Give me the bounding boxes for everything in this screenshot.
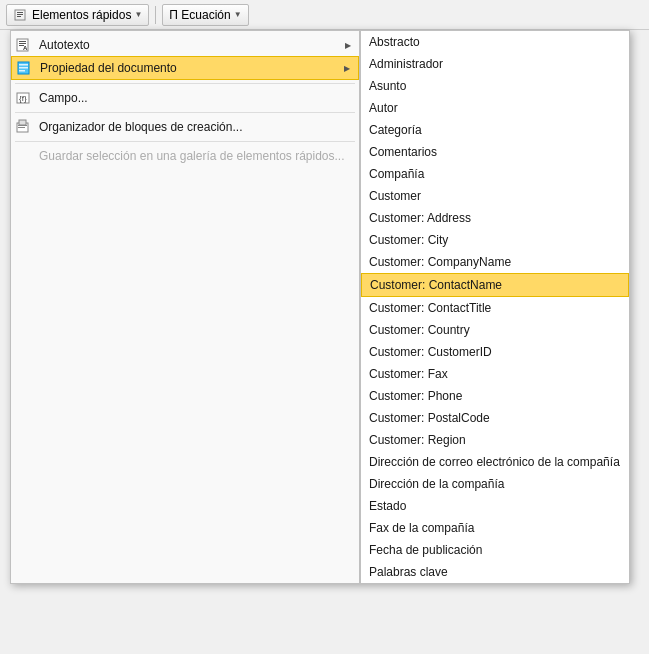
separator-1 bbox=[15, 83, 355, 84]
right-menu-item-direccion_correo[interactable]: Dirección de correo electrónico de la co… bbox=[361, 451, 629, 473]
right-menu-item-administrador[interactable]: Administrador bbox=[361, 53, 629, 75]
svg-rect-10 bbox=[19, 64, 28, 66]
right-menu-item-customer_contactname[interactable]: Customer: ContactName bbox=[361, 273, 629, 297]
elementos-rapidos-icon bbox=[13, 7, 29, 23]
menu-item-guardar: Guardar selección en una galería de elem… bbox=[11, 145, 359, 167]
svg-rect-11 bbox=[19, 67, 28, 69]
right-menu-item-fax_compania[interactable]: Fax de la compañía bbox=[361, 517, 629, 539]
guardar-label: Guardar selección en una galería de elem… bbox=[39, 149, 345, 163]
toolbar-separator bbox=[155, 6, 156, 24]
propiedad-submenu-arrow: ▶ bbox=[344, 64, 350, 73]
elementos-rapidos-button[interactable]: Elementos rápidos ▼ bbox=[6, 4, 149, 26]
svg-rect-5 bbox=[19, 41, 26, 42]
menu-container: A Autotexto ▶ Propiedad del documento ▶ bbox=[10, 30, 630, 584]
ecuacion-button[interactable]: Π Ecuación ▼ bbox=[162, 4, 248, 26]
svg-rect-18 bbox=[18, 127, 25, 128]
svg-rect-2 bbox=[17, 14, 23, 15]
propiedad-label: Propiedad del documento bbox=[40, 61, 177, 75]
toolbar: Elementos rápidos ▼ Π Ecuación ▼ bbox=[0, 0, 649, 30]
organizador-label: Organizador de bloques de creación... bbox=[39, 120, 242, 134]
autotexto-icon: A bbox=[15, 36, 33, 54]
svg-rect-3 bbox=[17, 16, 21, 17]
svg-rect-17 bbox=[18, 125, 27, 126]
right-submenu[interactable]: AbstractoAdministradorAsuntoAutorCategor… bbox=[360, 30, 630, 584]
right-menu-item-estado[interactable]: Estado bbox=[361, 495, 629, 517]
propiedad-icon bbox=[16, 59, 34, 77]
right-menu-item-fecha_publicacion[interactable]: Fecha de publicación bbox=[361, 539, 629, 561]
ecuacion-label: Π Ecuación bbox=[169, 8, 230, 22]
right-menu-item-asunto[interactable]: Asunto bbox=[361, 75, 629, 97]
svg-text:A: A bbox=[23, 45, 28, 51]
separator-2 bbox=[15, 112, 355, 113]
left-dropdown-menu: A Autotexto ▶ Propiedad del documento ▶ bbox=[10, 30, 360, 584]
campo-label: Campo... bbox=[39, 91, 88, 105]
menu-item-campo[interactable]: {f} Campo... bbox=[11, 87, 359, 109]
elementos-rapidos-arrow: ▼ bbox=[134, 10, 142, 19]
ecuacion-arrow: ▼ bbox=[234, 10, 242, 19]
separator-3 bbox=[15, 141, 355, 142]
svg-rect-12 bbox=[19, 70, 25, 72]
elementos-rapidos-label: Elementos rápidos bbox=[32, 8, 131, 22]
right-menu-item-direccion_compania[interactable]: Dirección de la compañía bbox=[361, 473, 629, 495]
right-menu-item-customer_phone[interactable]: Customer: Phone bbox=[361, 385, 629, 407]
right-menu-item-customer[interactable]: Customer bbox=[361, 185, 629, 207]
right-menu-item-categoria[interactable]: Categoría bbox=[361, 119, 629, 141]
svg-text:{f}: {f} bbox=[19, 94, 27, 103]
right-menu-item-customer_country[interactable]: Customer: Country bbox=[361, 319, 629, 341]
svg-rect-1 bbox=[17, 12, 23, 13]
right-menu-item-customer_fax[interactable]: Customer: Fax bbox=[361, 363, 629, 385]
autotexto-label: Autotexto bbox=[39, 38, 90, 52]
right-menu-item-comentarios[interactable]: Comentarios bbox=[361, 141, 629, 163]
right-menu-item-customer_address[interactable]: Customer: Address bbox=[361, 207, 629, 229]
right-menu-item-autor[interactable]: Autor bbox=[361, 97, 629, 119]
right-menu-item-customer_companyname[interactable]: Customer: CompanyName bbox=[361, 251, 629, 273]
svg-rect-16 bbox=[19, 120, 26, 125]
organizador-icon bbox=[15, 118, 33, 136]
right-menu-item-palabras_clave[interactable]: Palabras clave bbox=[361, 561, 629, 583]
campo-icon: {f} bbox=[15, 89, 33, 107]
right-menu-item-customer_customerid[interactable]: Customer: CustomerID bbox=[361, 341, 629, 363]
right-menu-item-customer_contacttitle[interactable]: Customer: ContactTitle bbox=[361, 297, 629, 319]
right-menu-item-customer_postalcode[interactable]: Customer: PostalCode bbox=[361, 407, 629, 429]
autotexto-submenu-arrow: ▶ bbox=[345, 41, 351, 50]
menu-item-propiedad[interactable]: Propiedad del documento ▶ bbox=[11, 56, 359, 80]
menu-item-organizador[interactable]: Organizador de bloques de creación... bbox=[11, 116, 359, 138]
right-menu-item-customer_region[interactable]: Customer: Region bbox=[361, 429, 629, 451]
svg-rect-6 bbox=[19, 43, 26, 44]
right-menu-item-abstracto[interactable]: Abstracto bbox=[361, 31, 629, 53]
right-menu-item-customer_city[interactable]: Customer: City bbox=[361, 229, 629, 251]
right-menu-item-compania[interactable]: Compañía bbox=[361, 163, 629, 185]
menu-item-autotexto[interactable]: A Autotexto ▶ bbox=[11, 34, 359, 56]
